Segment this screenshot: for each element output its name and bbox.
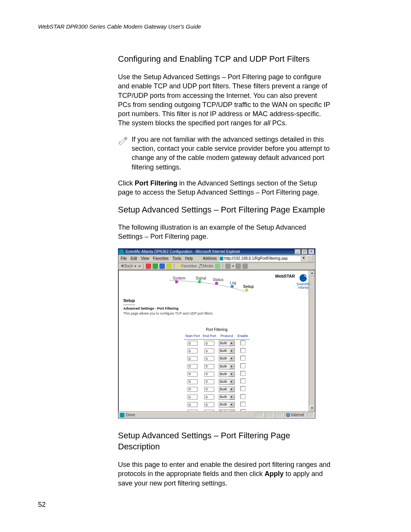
resize-grip[interactable] [307, 412, 314, 418]
enable-checkbox[interactable] [241, 371, 245, 376]
history-icon[interactable] [215, 264, 220, 269]
menu-tools[interactable]: Tools [172, 256, 181, 261]
start-port-input[interactable] [188, 379, 198, 384]
mail-dropdown[interactable]: ▾ [232, 264, 234, 269]
start-port-input[interactable] [188, 348, 198, 353]
running-header: WebSTAR DPR300 Series Cable Modem Gatewa… [38, 23, 377, 30]
status-pane [264, 412, 274, 418]
menu-favorites[interactable]: Favorites [153, 256, 169, 261]
table-row: Both [184, 339, 250, 347]
enable-checkbox[interactable] [241, 394, 245, 399]
protocol-select[interactable]: Both [219, 379, 235, 385]
status-dot-icon [215, 282, 218, 285]
stop-icon[interactable] [146, 264, 151, 269]
section2-title: Setup Advanced Settings – Port Filtering… [118, 204, 331, 216]
log-dot-icon [231, 285, 234, 288]
start-port-input[interactable] [188, 341, 198, 346]
section1-click-pre: Click [118, 179, 135, 187]
section1-click: Click Port Filtering in the Advanced Set… [118, 179, 331, 197]
enable-checkbox[interactable] [241, 348, 245, 353]
table-row: Both [184, 370, 250, 378]
enable-checkbox[interactable] [241, 386, 245, 391]
statusbar: Done Internet [118, 412, 315, 418]
sa-logo: ScientificAtlanta [296, 274, 310, 289]
start-port-input[interactable] [188, 356, 198, 361]
forward-button[interactable]: ➔ [138, 264, 141, 269]
nav-system[interactable]: System [173, 276, 185, 281]
menu-edit[interactable]: Edit [131, 256, 137, 261]
go-button[interactable] [307, 256, 313, 262]
protocol-select[interactable]: Both [219, 387, 235, 392]
protocol-select[interactable]: Both [219, 356, 235, 361]
page-icon [220, 257, 223, 260]
back-dropdown[interactable]: ▾ [134, 264, 136, 269]
minimize-button[interactable]: _ [295, 249, 301, 254]
protocol-select[interactable]: Both [219, 348, 235, 354]
table-row: Both [184, 393, 250, 401]
setup-subheading: Advanced Settings - Port Filtering [123, 306, 310, 311]
menu-view[interactable]: View [141, 256, 149, 261]
start-port-input[interactable] [188, 410, 198, 411]
end-port-input[interactable] [204, 387, 214, 392]
nav-status[interactable]: Status [213, 277, 223, 283]
end-port-input[interactable] [204, 379, 214, 384]
enable-checkbox[interactable] [241, 402, 245, 407]
toolbar: ⮜Back ▾ ➔ ⭐Favorites 🎵Media ▾ [118, 263, 315, 270]
port-filtering-table: Port Filtering Start Port End Port Proto… [184, 327, 250, 412]
home-icon[interactable] [159, 264, 165, 269]
status-pane [255, 412, 264, 418]
start-port-input[interactable] [188, 402, 198, 407]
section3-para-bold: Apply [264, 470, 284, 478]
back-button[interactable]: ⮜Back [121, 264, 133, 269]
end-port-input[interactable] [204, 410, 214, 411]
protocol-select[interactable]: Both [219, 409, 235, 411]
table-row: Both [184, 401, 250, 409]
section1-title: Configuring and Enabling TCP and UDP Por… [118, 53, 331, 65]
edit-icon[interactable] [242, 264, 248, 269]
protocol-select[interactable]: Both [219, 402, 235, 407]
end-port-input[interactable] [204, 348, 214, 353]
end-port-input[interactable] [204, 341, 214, 346]
search-icon[interactable] [166, 264, 172, 269]
start-port-input[interactable] [188, 387, 198, 392]
protocol-select[interactable]: Both [219, 371, 235, 377]
start-port-input[interactable] [188, 372, 198, 377]
ie-icon [119, 249, 124, 254]
print-icon[interactable] [236, 264, 241, 269]
enable-checkbox[interactable] [241, 340, 245, 345]
enable-checkbox[interactable] [241, 379, 245, 383]
status-page-icon [120, 413, 124, 417]
end-port-input[interactable] [204, 402, 214, 407]
col-protocol: Protocol [218, 333, 236, 339]
menu-file[interactable]: File [121, 256, 127, 261]
end-port-input[interactable] [204, 356, 214, 361]
enable-checkbox[interactable] [241, 363, 245, 368]
mail-icon[interactable] [225, 264, 231, 269]
section3-para: Use this page to enter and enable the de… [118, 460, 331, 488]
protocol-select[interactable]: Both [219, 394, 235, 400]
table-row: Both [184, 378, 250, 385]
media-button[interactable]: 🎵Media [198, 264, 213, 269]
end-port-input[interactable] [204, 372, 214, 377]
maximize-button[interactable]: □ [301, 249, 307, 254]
favorites-button[interactable]: ⭐Favorites [177, 264, 197, 269]
enable-checkbox[interactable] [241, 356, 245, 361]
section2-para: The following illustration is an example… [118, 223, 331, 241]
setup-dot-icon [245, 289, 248, 292]
address-dropdown[interactable]: ▼ [302, 256, 305, 260]
start-port-input[interactable] [188, 364, 198, 369]
section1-para-post: PCs. [270, 119, 287, 127]
table-row: Both [184, 347, 250, 355]
col-end: End Port [201, 333, 218, 339]
setup-description: This page allows you to configure TCP an… [123, 311, 310, 316]
start-port-input[interactable] [188, 395, 198, 399]
refresh-icon[interactable] [153, 264, 158, 269]
enable-checkbox[interactable] [241, 409, 245, 412]
end-port-input[interactable] [204, 364, 214, 369]
menu-help[interactable]: Help [185, 256, 193, 261]
end-port-input[interactable] [204, 395, 214, 399]
protocol-select[interactable]: Both [219, 340, 235, 346]
protocol-select[interactable]: Both [219, 364, 235, 369]
address-input[interactable]: http://192.168.0.1/RgPortFiltering.asp [218, 256, 301, 262]
close-button[interactable]: × [308, 249, 314, 254]
